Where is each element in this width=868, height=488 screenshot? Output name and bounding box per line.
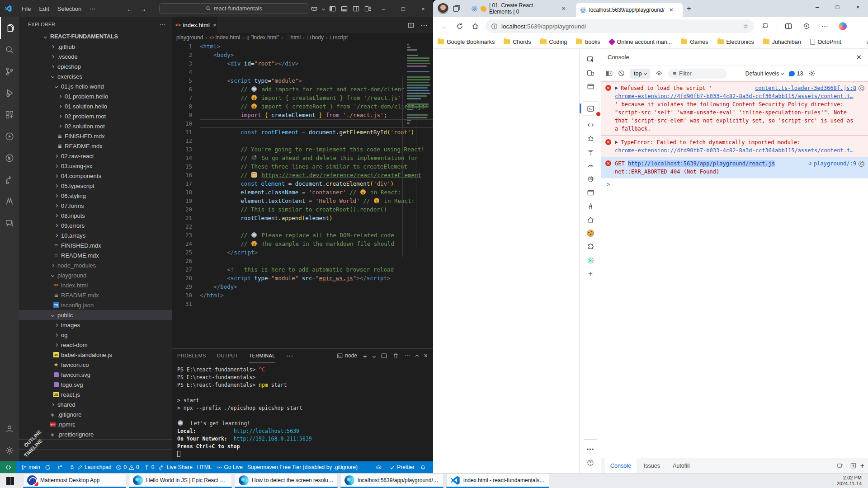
- scm-icon[interactable]: [0, 61, 19, 82]
- toggle-secondary-sidebar-icon[interactable]: [350, 3, 362, 14]
- breadcrumb-indexhtml[interactable]: <>index.html: [209, 34, 240, 41]
- application-panel-icon[interactable]: [580, 186, 601, 199]
- site-info-icon[interactable]: [491, 23, 498, 30]
- tree-item-tsconfig.json[interactable]: TStsconfig.json: [19, 300, 172, 310]
- circle-play-icon[interactable]: [0, 126, 19, 147]
- console-message-1[interactable]: ✕Refused to load the script 'chrome-exte…: [601, 81, 868, 136]
- extensions-icon[interactable]: [759, 19, 772, 33]
- code-editor[interactable]: 1<html>2 <body>3 <div id="root"></div>45…: [172, 42, 433, 348]
- menu-selection[interactable]: Selection: [53, 5, 85, 12]
- tree-item-02.raw-react[interactable]: 02.raw-react: [19, 151, 172, 161]
- taskbar-clock[interactable]: 2:02 PM2024-11-14: [837, 474, 868, 488]
- tree-item-02.problem.root[interactable]: 02.problem.root: [19, 111, 172, 121]
- more-tools-icon[interactable]: +: [580, 267, 601, 281]
- bookmark-books[interactable]: books: [576, 39, 600, 45]
- breadcrumb-playground[interactable]: playground: [176, 34, 203, 41]
- tree-item-01.solution.hello[interactable]: 01.solution.hello: [19, 101, 172, 111]
- remote-indicator[interactable]: [0, 461, 16, 473]
- person-icon[interactable]: [0, 418, 19, 440]
- device-emulation-icon[interactable]: [580, 66, 601, 80]
- tree-item-node_modules[interactable]: node_modules: [19, 260, 172, 270]
- editor-more-actions-icon[interactable]: ⋯: [420, 21, 428, 29]
- help-icon[interactable]: [580, 456, 601, 469]
- tree-item-.npmrc[interactable]: npm.npmrc: [19, 419, 172, 429]
- browser-kebab-icon[interactable]: ⋯: [818, 19, 831, 33]
- browser-tab-1[interactable]: | 01. Create React Elements | 0 ✕: [467, 0, 576, 17]
- files-icon[interactable]: [0, 17, 19, 39]
- console-message-2[interactable]: ✕TypeError: Failed to fetch dynamically …: [601, 136, 868, 157]
- status-HTML[interactable]: HTML: [197, 464, 212, 470]
- tree-item-favicon.ico[interactable]: ★favicon.ico: [19, 360, 172, 370]
- tree-item-babel-standalone.js[interactable]: JSbabel-standalone.js: [19, 350, 172, 360]
- status-branch2[interactable]: [57, 465, 65, 470]
- tab-close-icon[interactable]: ✕: [561, 5, 566, 12]
- copilot-icon[interactable]: [836, 19, 849, 33]
- toggle-panel-icon[interactable]: [338, 3, 350, 14]
- browser-maximize-button[interactable]: □: [827, 0, 848, 14]
- new-terminal-icon[interactable]: +: [363, 352, 367, 360]
- bookmark-googlebookmarks[interactable]: Google Bookmarks: [438, 39, 495, 45]
- tree-item-README.mdx[interactable]: ≣README.mdx: [19, 250, 172, 260]
- copilot-icon[interactable]: [308, 3, 320, 14]
- gear-icon[interactable]: [0, 440, 19, 461]
- performance-panel-icon[interactable]: [580, 159, 601, 172]
- split-editor-icon[interactable]: [408, 22, 414, 28]
- tree-item-public[interactable]: public: [19, 310, 172, 320]
- network-panel-icon[interactable]: [580, 145, 601, 159]
- status-0[interactable]: 0: [144, 464, 155, 470]
- tree-item-04.components[interactable]: 04.components: [19, 171, 172, 181]
- log-levels-dropdown[interactable]: Default levels: [745, 70, 783, 77]
- message-source-link[interactable]: content.ts-loader-3ed3668f.js:8: [755, 84, 864, 92]
- debug-icon[interactable]: [0, 82, 19, 104]
- drawer-add-icon[interactable]: +: [860, 462, 864, 470]
- tab-close-icon[interactable]: ×: [213, 22, 217, 28]
- console-panel-icon[interactable]: [582, 102, 599, 115]
- menu-file[interactable]: File: [17, 5, 35, 12]
- memory-panel-icon[interactable]: [580, 172, 601, 186]
- panel-tab-terminal[interactable]: TERMINAL: [249, 349, 275, 362]
- console-sidebar-icon[interactable]: [606, 70, 613, 77]
- bookmark-onlineaccountman[interactable]: Online account man...: [609, 39, 672, 45]
- circle-ptr-icon[interactable]: [0, 147, 19, 169]
- expand-icon[interactable]: [615, 86, 618, 90]
- context-selector[interactable]: top: [630, 69, 650, 79]
- taskbar-button-howtodetectthescreen[interactable]: How to detect the screen resoluti...: [235, 474, 338, 488]
- console-settings-icon[interactable]: [808, 70, 815, 77]
- tree-item-08.inputs[interactable]: 08.inputs: [19, 211, 172, 221]
- bookmark-juhachiban[interactable]: Juhachiban: [763, 39, 801, 45]
- close-panel-icon[interactable]: ×: [424, 352, 428, 359]
- console-prompt[interactable]: >: [601, 178, 868, 188]
- breadcrumb-body[interactable]: body: [307, 34, 324, 41]
- tree-root[interactable]: REACT-FUNDAMENTALS: [19, 32, 172, 42]
- tree-item-logo.svg[interactable]: logo.svg: [19, 380, 172, 389]
- explorer-actions-icon[interactable]: ⋯: [160, 21, 166, 28]
- drawer-tab-console[interactable]: Console: [605, 458, 637, 473]
- status-Prettier[interactable]: Prettier: [389, 464, 415, 470]
- status-Supermaven Free Tier (disabled by .gitignore)[interactable]: Supermaven Free Tier (disabled by .gitig…: [247, 464, 358, 470]
- dock-icon[interactable]: [580, 80, 601, 93]
- refresh-icon[interactable]: [453, 19, 467, 33]
- browser-tab-2-active[interactable]: localhost:5639/app/playground/ ✕: [576, 3, 683, 17]
- cookies-panel-icon[interactable]: [580, 226, 601, 240]
- bookmark-games[interactable]: Games: [681, 39, 708, 45]
- kill-terminal-icon[interactable]: [393, 353, 399, 359]
- status-Launchpad[interactable]: Launchpad: [69, 464, 111, 470]
- bookmark-octoprint[interactable]: OctoPrint: [810, 39, 841, 45]
- workspaces-icon[interactable]: [452, 4, 461, 13]
- bookmark-electronics[interactable]: Electronics: [717, 39, 754, 45]
- tree-item-.vscode[interactable]: .vscode: [19, 52, 172, 61]
- tree-item-FINISHED.mdx[interactable]: ≣FINISHED.mdx: [19, 131, 172, 141]
- tree-item-.github[interactable]: .github: [19, 42, 172, 52]
- tab-close-icon[interactable]: ✕: [669, 7, 674, 13]
- tree-item-10.arrays[interactable]: 10.arrays: [19, 230, 172, 240]
- tree-item-README.mdx[interactable]: ≣README.mdx: [19, 290, 172, 300]
- tree-item-og[interactable]: og: [19, 330, 172, 340]
- drawer-tab-autofill[interactable]: Autofill: [667, 460, 695, 471]
- console-filter-input[interactable]: ≡Filter: [668, 69, 727, 79]
- tree-item-03.using-jsx[interactable]: 03.using-jsx: [19, 161, 172, 171]
- sources-panel-icon[interactable]: [580, 131, 601, 145]
- message-source-link[interactable]: ↺playground/:9: [808, 160, 864, 168]
- drawer-tab-issues[interactable]: Issues: [638, 460, 665, 471]
- detached-elements-icon[interactable]: [580, 253, 601, 267]
- section-timeline[interactable]: TIMELINE: [19, 449, 172, 459]
